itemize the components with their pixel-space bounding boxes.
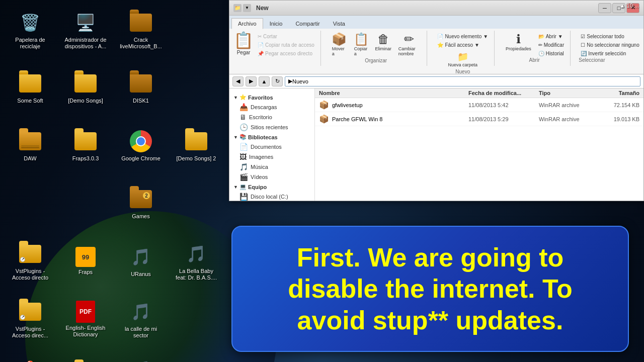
recycle-icon: 🗑️ (18, 11, 42, 35)
ribbon-btn-facil-acceso[interactable]: ⭐Fácil acceso▼ (435, 41, 490, 49)
ribbon-btn-no-seleccionar[interactable]: ☐No seleccionar ninguno (579, 41, 641, 49)
tab-inicio[interactable]: Inicio (263, 18, 289, 29)
icon-some-soft[interactable]: Some Soft (5, 63, 55, 113)
icon-label-papelera: Papelera de reciclaje (8, 37, 53, 50)
sidebar-equipo-header[interactable]: ▼ 💻 Equipo (229, 182, 314, 192)
address-path[interactable]: ▶ Nuevo (285, 76, 640, 86)
folder-games-icon: 2 (129, 187, 153, 211)
sidebar-item-documentos[interactable]: 📄 Documentos (229, 142, 314, 152)
sidebar-item-sitios-recientes[interactable]: 🕒 Sitios recientes (229, 122, 314, 132)
file-row-parche[interactable]: 📦 Parche GFWL Win 8 11/08/2013 5:29 WinR… (315, 112, 643, 126)
sidebar-item-escritorio[interactable]: 🖥 Escritorio (229, 112, 314, 122)
ribbon-group-organizar: 📦 Mover a 📋 Copiar a 🗑 Eliminar ✏ (325, 31, 428, 66)
ribbon: Archivo Inicio Compartir Vista 📋 Pegar ✂… (229, 16, 643, 74)
icon-label-crack: Crack liveMicrosoft_B... (118, 37, 164, 50)
ribbon-btn-nueva-carpeta[interactable]: 📁 Nueva carpeta (445, 50, 480, 69)
ribbon-btn-mover[interactable]: 📦 Mover a (329, 31, 349, 58)
tab-vista[interactable]: Vista (327, 18, 352, 29)
icon-label-some-soft: Some Soft (17, 98, 43, 104)
icon-labella[interactable]: 🎵 La Bella Baby feat: Dr. B.A.S.... (171, 236, 221, 287)
sidebar-item-disco-local[interactable]: 💾 Disco local (C:) (229, 192, 314, 201)
col-fecha[interactable]: Fecha de modifica... (468, 90, 539, 96)
col-tipo[interactable]: Tipo (539, 90, 599, 96)
icon-label-english-dict: English- English Dictionary (63, 325, 108, 338)
ribbon-btn-seleccionar-todo[interactable]: ☑Seleccionar todo (579, 33, 641, 40)
ribbon-btn-cortar[interactable]: ✂Cortar (256, 33, 316, 40)
ribbon-btn-pegar-acceso[interactable]: 📌Pegar acceso directo (256, 50, 316, 57)
col-nombre[interactable]: Nombre (319, 90, 468, 96)
file-date-gfwl: 11/08/2013 5:42 (468, 102, 539, 108)
seleccionar-buttons: ☑Seleccionar todo ☐No seleccionar ningun… (579, 33, 641, 57)
title-bar-down-icon: ▼ (243, 4, 251, 12)
icon-chrome[interactable]: Google Chrome (116, 121, 166, 171)
ribbon-btn-nuevo-elemento[interactable]: 📄Nuevo elemento▼ (435, 33, 490, 40)
ribbon-btn-pegar[interactable]: 📋 Pegar (233, 31, 254, 55)
icon-la-calle[interactable]: 🎵 la calle de mi sector (116, 294, 166, 344)
sidebar-item-videos[interactable]: 🎬 Vídeos (229, 172, 314, 182)
ribbon-btn-cambiar-nombre[interactable]: ✏ Cambiar nombre (395, 31, 423, 58)
forward-button[interactable]: ▶ (246, 76, 257, 86)
file-date-parche: 11/08/2013 5:29 (468, 116, 539, 122)
icon-fraps-app[interactable]: 99 Fraps (60, 236, 111, 287)
folder-yellow-icon-3 (184, 129, 208, 153)
icon-vstplugins2[interactable]: ↗ VstPlugins - Acceso direc... (5, 294, 55, 344)
sidebar-item-descargas[interactable]: 📥 Descargas (229, 102, 314, 112)
ribbon-small-group: ✂Cortar 📄Copiar ruta de acceso 📌Pegar ac… (256, 33, 316, 57)
icon-label-disk1: DISK1 (133, 98, 149, 104)
ribbon-btn-historial[interactable]: 🕒Historial (536, 50, 567, 57)
ribbon-btn-eliminar[interactable]: 🗑 Eliminar (373, 31, 393, 58)
top-right-hint: ▲ 10:... (620, 3, 639, 9)
ribbon-btn-propiedades[interactable]: ℹ Propiedades (503, 31, 534, 57)
ribbon-group-abrir: ℹ Propiedades 📂Abrir▼ ✏Modificar 🕒H (499, 31, 571, 66)
icon-empty-2 (171, 63, 221, 113)
icon-uranus[interactable]: 🎵 URanus (116, 236, 166, 287)
sidebar-item-imagenes[interactable]: 🖼 Imagenes (229, 152, 314, 162)
icon-label-demo-songs: [Demo Songs] (68, 98, 103, 104)
sidebar-favoritos-header[interactable]: ▼ ⭐ Favoritos (229, 93, 314, 102)
icon-vstplugins[interactable]: ↗ VstPlugins - Acceso directo (5, 236, 55, 287)
icon-daw[interactable]: DAW (5, 121, 55, 171)
sidebar-item-musica[interactable]: 🎵 Música (229, 162, 314, 172)
icon-papelera[interactable]: 🗑️ Papelera de reciclaje (5, 5, 55, 55)
folder-disk-icon (129, 71, 153, 96)
tab-compartir[interactable]: Compartir (289, 18, 326, 29)
mp3-icon-1: 🎵 (129, 245, 153, 269)
icon-demo-songs-3[interactable]: [Demo Songs] 3 (60, 352, 111, 362)
icon-label-demo-songs-2: [Demo Songs] 2 (177, 155, 216, 162)
icon-games[interactable]: 2 Games (116, 178, 166, 229)
col-tamano[interactable]: Tamaño (599, 90, 639, 96)
ribbon-btn-modificar[interactable]: ✏Modificar (536, 41, 567, 49)
folder-fraps-icon (73, 129, 98, 153)
icon-empty-3 (5, 178, 55, 229)
icon-demo-songs-2[interactable]: [Demo Songs] 2 (171, 121, 221, 171)
mp3-icon-2: 🎵 (184, 242, 208, 266)
icon-label-admin: Administrador de dispositivos - A... (63, 37, 108, 50)
icon-mucha-flema[interactable]: 🎵 mucha flema - doctor music (116, 352, 166, 362)
sidebar-bibliotecas-header[interactable]: ▼ 📚 Bibliotecas (229, 132, 314, 142)
icon-twin-usb[interactable]: 🕹️ Twin USB Joystick - Acce... (5, 352, 55, 362)
ribbon-group-portapapeles: 📋 Pegar ✂Cortar 📄Copiar ruta de acceso 📌… (233, 31, 321, 66)
minimize-button[interactable]: ─ (598, 3, 611, 13)
tab-archivo[interactable]: Archivo (231, 18, 263, 29)
file-explorer-window: 📁 ▼ New ─ □ ✕ Archivo Inicio Compartir V… (229, 0, 644, 201)
refresh-button[interactable]: ↻ (272, 76, 283, 86)
organizar-buttons: 📦 Mover a 📋 Copiar a 🗑 Eliminar ✏ (329, 31, 423, 58)
icon-fraps303[interactable]: Fraps3.0.3 (60, 121, 111, 171)
ribbon-btn-abrir[interactable]: 📂Abrir▼ (536, 33, 567, 40)
icon-demo-songs[interactable]: [Demo Songs] (60, 63, 111, 113)
ribbon-group-seleccionar: ☑Seleccionar todo ☐No seleccionar ningun… (575, 31, 644, 66)
bibliotecas-icon: 📚 (239, 134, 247, 140)
mp3-icon-4: 🎵 (129, 357, 153, 362)
icon-crack[interactable]: Crack liveMicrosoft_B... (116, 5, 166, 55)
icon-admin-disp[interactable]: 🖥️ Administrador de dispositivos - A... (60, 5, 111, 55)
file-row-gfwl[interactable]: 📦 gfwlivesetup 11/08/2013 5:42 WinRAR ar… (315, 98, 643, 112)
ribbon-btn-invertir[interactable]: 🔄Invertir selección (579, 50, 641, 57)
up-button[interactable]: ▲ (259, 76, 270, 86)
icon-english-dict[interactable]: PDF English- English Dictionary (60, 294, 111, 344)
file-list: Nombre Fecha de modifica... Tipo Tamaño … (315, 88, 643, 201)
icon-disk1[interactable]: DISK1 (116, 63, 166, 113)
icon-label-fraps303: Fraps3.0.3 (72, 155, 99, 162)
back-button[interactable]: ◀ (232, 76, 244, 86)
ribbon-btn-copiar-ruta[interactable]: 📄Copiar ruta de acceso (256, 41, 316, 49)
ribbon-btn-copiar-a[interactable]: 📋 Copiar a (351, 31, 371, 58)
